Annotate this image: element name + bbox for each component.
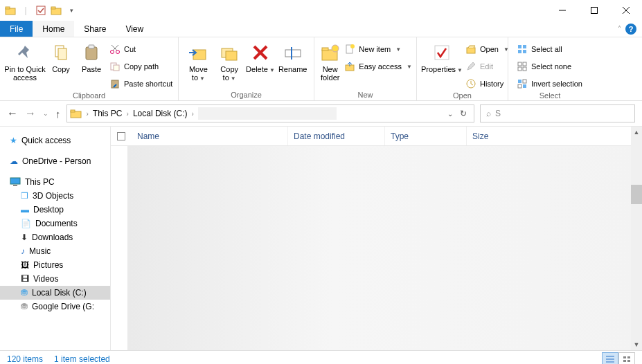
file-list-area[interactable] (127, 146, 642, 350)
ribbon-help-area: ˄ ? (618, 21, 642, 37)
nav-downloads[interactable]: ⬇Downloads (0, 230, 110, 244)
copy-to-button[interactable]: Copy to▼ (214, 40, 245, 82)
nav-pictures[interactable]: 🖼Pictures (0, 258, 110, 272)
svg-rect-40 (518, 62, 521, 66)
checkbox-icon[interactable] (35, 4, 47, 17)
location-folder-icon (70, 108, 82, 119)
view-large-icons-button[interactable] (618, 352, 635, 365)
svg-rect-49 (71, 110, 75, 112)
quick-access-toolbar: | ▾ (0, 4, 78, 17)
pin-label: Pin to Quick access (4, 65, 46, 82)
group-new-label: New (314, 91, 416, 100)
tab-view[interactable]: View (116, 21, 153, 37)
rename-button[interactable]: Rename (276, 40, 310, 73)
group-new: New folder New item▼ Easy access▼ New (314, 37, 417, 100)
scroll-down-arrow[interactable]: ▼ (631, 339, 642, 350)
nav-documents[interactable]: 📄Documents (0, 217, 110, 230)
view-details-button[interactable] (602, 352, 618, 365)
copy-path-button[interactable]: Copy path (109, 59, 172, 74)
cut-button[interactable]: Cut (109, 42, 172, 57)
scroll-thumb[interactable] (631, 185, 642, 204)
history-button[interactable]: History (465, 76, 509, 91)
nav-onedrive[interactable]: ☁OneDrive - Person (0, 154, 110, 168)
svg-rect-45 (523, 80, 526, 83)
qat-dropdown[interactable]: ▾ (65, 4, 78, 17)
nav-label: Google Drive (G: (32, 302, 94, 311)
new-item-button[interactable]: New item▼ (344, 42, 412, 57)
tab-share[interactable]: Share (74, 21, 116, 37)
svg-rect-57 (627, 356, 630, 358)
paste-shortcut-label: Paste shortcut (124, 80, 172, 88)
crumb-sep[interactable]: › (87, 110, 89, 118)
refresh-button[interactable]: ↻ (460, 109, 467, 118)
nav-local-disk-c[interactable]: ⛃Local Disk (C:) (0, 286, 110, 300)
properties-button[interactable]: Properties▼ (421, 40, 463, 73)
new-folder-button[interactable]: New folder (319, 40, 341, 82)
folder-small-icon[interactable] (50, 4, 62, 17)
col-type[interactable]: Type (385, 127, 467, 145)
svg-rect-42 (518, 67, 521, 71)
qat-separator: | (19, 4, 32, 17)
copy-button[interactable]: Copy (46, 40, 76, 73)
help-icon[interactable]: ? (625, 24, 636, 35)
search-placeholder: S (495, 109, 501, 118)
edit-button[interactable]: Edit (465, 59, 509, 74)
cut-label: Cut (124, 45, 136, 53)
move-to-button[interactable]: Move to▼ (183, 40, 214, 82)
navigation-pane[interactable]: ★Quick access ☁OneDrive - Person This PC… (0, 127, 111, 350)
nav-desktop[interactable]: ▬Desktop (0, 203, 110, 217)
header-checkbox[interactable] (111, 132, 132, 140)
paste-label: Paste (82, 65, 101, 73)
history-icon (465, 78, 476, 89)
drive-icon: ⛃ (21, 288, 28, 298)
rename-label: Rename (278, 65, 307, 73)
recent-dropdown[interactable]: ⌄ (43, 110, 48, 117)
up-button[interactable]: ↑ (55, 108, 61, 120)
crumb-this-pc[interactable]: This PC (93, 109, 123, 118)
easy-access-button[interactable]: Easy access▼ (344, 59, 412, 74)
address-bar[interactable]: › This PC › Local Disk (C:) › ⌄ ↻ (66, 104, 475, 122)
open-button[interactable]: Open▼ (465, 42, 509, 57)
vertical-scrollbar[interactable]: ▲ ▼ (631, 127, 642, 350)
nav-3d-objects[interactable]: ❒3D Objects (0, 189, 110, 203)
nav-quick-access[interactable]: ★Quick access (0, 134, 110, 147)
desktop-icon: ▬ (21, 205, 29, 215)
nav-videos[interactable]: 🎞Videos (0, 272, 110, 286)
close-button[interactable] (610, 0, 642, 21)
pin-quick-access-button[interactable]: Pin to Quick access (4, 40, 46, 82)
address-dropdown[interactable]: ⌄ (447, 110, 453, 118)
col-size[interactable]: Size (467, 127, 529, 145)
documents-icon: 📄 (21, 219, 31, 228)
forward-button[interactable]: → (25, 107, 36, 120)
nav-label: Documents (35, 219, 78, 228)
pc-icon (10, 177, 21, 187)
delete-button[interactable]: Delete▼ (245, 40, 276, 73)
col-name[interactable]: Name (132, 127, 288, 145)
crumb-sep[interactable]: › (127, 110, 129, 118)
minimize-button[interactable] (546, 0, 578, 21)
search-box[interactable]: ⌕ S (480, 104, 635, 122)
nav-label: Downloads (32, 233, 73, 242)
nav-google-drive[interactable]: ⛃Google Drive (G: (0, 300, 110, 313)
window-controls (546, 0, 642, 21)
copy-path-label: Copy path (124, 62, 159, 71)
nav-music[interactable]: ♪Music (0, 244, 110, 258)
back-button[interactable]: ← (7, 107, 18, 120)
select-none-button[interactable]: Select none (517, 59, 582, 74)
paste-shortcut-button[interactable]: Paste shortcut (109, 76, 172, 91)
svg-rect-47 (523, 84, 526, 88)
collapse-ribbon-icon[interactable]: ˄ (618, 25, 621, 33)
tab-file[interactable]: File (0, 21, 33, 37)
nav-this-pc[interactable]: This PC (0, 175, 110, 189)
select-all-button[interactable]: Select all (517, 42, 582, 57)
group-clipboard-label: Clipboard (0, 91, 178, 101)
scroll-up-arrow[interactable]: ▲ (631, 127, 642, 138)
maximize-button[interactable] (578, 0, 610, 21)
invert-selection-button[interactable]: Invert selection (517, 76, 582, 91)
crumb-sep[interactable]: › (192, 110, 194, 118)
tab-home[interactable]: Home (33, 21, 74, 37)
group-clipboard: Pin to Quick access Copy Paste Cut Copy … (0, 37, 179, 100)
crumb-local-disk[interactable]: Local Disk (C:) (133, 109, 188, 118)
paste-button[interactable]: Paste (76, 40, 107, 73)
col-modified[interactable]: Date modified (288, 127, 385, 145)
